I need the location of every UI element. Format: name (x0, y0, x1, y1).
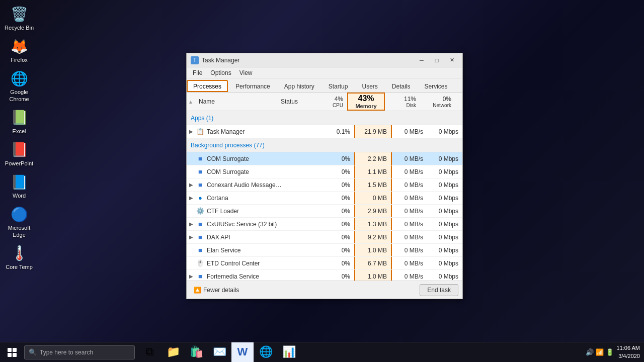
desktop-icon-excel[interactable]: 📗 Excel (4, 109, 34, 135)
col-status-header[interactable]: Status (277, 96, 317, 107)
process-disk: 0 MB/s (392, 208, 427, 215)
table-row[interactable]: ■ COM Surrogate 0% 1.1 MB 0 MB/s 0 Mbps (187, 165, 462, 178)
process-icon: ● (196, 194, 205, 203)
column-headers: ▲ Name Status 4% CPU 43% Memory 11% Disk… (187, 93, 462, 111)
taskbar-search[interactable]: 🔍 Type here to search (24, 345, 135, 359)
col-network-header[interactable]: 0% Network (420, 94, 455, 110)
process-memory: 21.9 MB (354, 125, 392, 138)
task-manager-window: T Task Manager ─ □ ✕ File Options View P… (186, 53, 463, 299)
expand-icon[interactable]: ▶ (187, 182, 196, 188)
store-button[interactable]: 🛍️ (185, 342, 207, 363)
tab-performance[interactable]: Performance (229, 80, 277, 92)
process-name: DAX API (207, 234, 284, 241)
process-network: 0 Mbps (427, 273, 462, 280)
col-cpu-header[interactable]: 4% CPU (317, 94, 347, 110)
expand-icon[interactable]: ▶ (187, 129, 196, 134)
process-cpu: 0% (324, 247, 354, 254)
process-disk: 0 MB/s (392, 168, 427, 175)
expand-icon[interactable]: ▶ (187, 274, 196, 279)
col-memory-header[interactable]: 43% Memory (347, 93, 385, 111)
process-network: 0 Mbps (427, 221, 462, 228)
chrome-taskbar-button[interactable]: 🌐 (255, 342, 277, 363)
table-row[interactable]: ▶ ■ Fortemedia Service 0% 1.0 MB 0 MB/s … (187, 270, 462, 281)
firefox-label: Firefox (11, 57, 28, 63)
col-disk-header[interactable]: 11% Disk (385, 94, 420, 110)
table-row[interactable]: ▶ ■ DAX API 0% 9.2 MB 0 MB/s 0 Mbps (187, 231, 462, 244)
start-button[interactable] (0, 342, 24, 363)
menu-file[interactable]: File (189, 68, 206, 77)
table-row[interactable]: ▶ ● Cortana 0% 0 MB 0 MB/s 0 Mbps (187, 192, 462, 205)
table-row[interactable]: ■ COM Surrogate 0% 2.2 MB 0 MB/s 0 Mbps (187, 152, 462, 165)
core-temp-icon: 🌡️ (10, 244, 28, 262)
desktop-icons: 🗑️ Recycle Bin 🦊 Firefox 🌐 Google Chrome… (4, 5, 34, 270)
tab-app-history[interactable]: App history (278, 80, 321, 92)
tab-startup[interactable]: Startup (322, 80, 355, 92)
word-icon: 📘 (10, 173, 28, 191)
tab-details[interactable]: Details (385, 80, 417, 92)
mail-button[interactable]: ✉️ (208, 342, 230, 363)
col-name-header[interactable]: Name (195, 96, 277, 107)
core-temp-label: Core Temp (6, 264, 33, 270)
process-cpu: 0% (324, 208, 354, 215)
expand-icon[interactable]: ▶ (187, 221, 196, 227)
process-network: 0 Mbps (427, 195, 462, 202)
process-disk: 0 MB/s (392, 234, 427, 241)
menu-options[interactable]: Options (206, 68, 235, 77)
process-memory: 0 MB (354, 192, 392, 204)
desktop-icon-core-temp[interactable]: 🌡️ Core Temp (4, 244, 34, 270)
sort-icon[interactable]: ▲ (187, 95, 195, 109)
process-network: 0 Mbps (427, 182, 462, 189)
desktop-icon-recycle-bin[interactable]: 🗑️ Recycle Bin (4, 5, 34, 31)
table-row[interactable]: ▶ ■ CxUIUSvc Service (32 bit) 0% 1.3 MB … (187, 218, 462, 231)
table-row[interactable]: ⚙️ CTF Loader 0% 2.9 MB 0 MB/s 0 Mbps (187, 205, 462, 218)
background-section-header: Background processes (77) (187, 138, 462, 152)
process-cpu: 0% (324, 155, 354, 162)
process-cpu: 0.1% (324, 128, 354, 135)
recycle-bin-label: Recycle Bin (5, 25, 34, 31)
fewer-details-button[interactable]: 🔼 Fewer details (191, 286, 242, 295)
end-task-button[interactable]: End task (420, 284, 458, 296)
desktop-icon-word[interactable]: 📘 Word (4, 173, 34, 199)
tab-users[interactable]: Users (355, 80, 384, 92)
window-icon: T (191, 56, 199, 64)
window-title: Task Manager (202, 57, 415, 64)
powerpoint-icon: 📕 (10, 141, 28, 159)
tab-processes[interactable]: Processes (187, 80, 228, 92)
table-row[interactable]: ▶ ■ Conexant Audio Message Service 0% 1.… (187, 178, 462, 192)
process-list[interactable]: Apps (1) ▶ 📋 Task Manager 0.1% 21.9 MB 0… (187, 111, 462, 281)
expand-icon[interactable]: ▶ (187, 234, 196, 240)
process-name: Task Manager (207, 128, 284, 135)
search-icon: 🔍 (29, 348, 37, 356)
powerpoint-label: PowerPoint (5, 160, 33, 167)
menubar: File Options View (187, 67, 462, 78)
table-row[interactable]: 🖱️ ETD Control Center 0% 6.7 MB 0 MB/s 0… (187, 257, 462, 270)
desktop-icon-edge[interactable]: 🔵 Microsoft Edge (4, 205, 34, 238)
expand-icon[interactable]: ▶ (187, 195, 196, 201)
windows-logo-icon (8, 348, 17, 357)
process-network: 0 Mbps (427, 155, 462, 162)
table-row[interactable]: ■ Elan Service 0% 1.0 MB 0 MB/s 0 Mbps (187, 244, 462, 257)
memory-label: Memory (355, 103, 376, 110)
desktop-icon-powerpoint[interactable]: 📕 PowerPoint (4, 141, 34, 167)
maximize-button[interactable]: □ (430, 56, 443, 65)
table-row[interactable]: ▶ 📋 Task Manager 0.1% 21.9 MB 0 MB/s 0 M… (187, 125, 462, 138)
taskbar-clock[interactable]: 11:06 AM 3/4/2020 (617, 344, 640, 360)
process-icon: ■ (196, 272, 205, 281)
extra-taskbar-button[interactable]: 📊 (278, 342, 300, 363)
file-explorer-button[interactable]: 📁 (162, 342, 184, 363)
menu-view[interactable]: View (235, 68, 257, 77)
desktop-icon-chrome[interactable]: 🌐 Google Chrome (4, 69, 34, 102)
process-network: 0 Mbps (427, 234, 462, 241)
cpu-label: CPU (321, 103, 343, 108)
task-view-button[interactable]: ⧉ (139, 342, 161, 363)
tab-services[interactable]: Services (418, 80, 454, 92)
process-icon: ■ (196, 167, 205, 176)
process-disk: 0 MB/s (392, 221, 427, 228)
process-name: Fortemedia Service (207, 273, 284, 280)
minimize-button[interactable]: ─ (415, 56, 428, 65)
process-icon: 📋 (196, 127, 205, 136)
desktop-icon-firefox[interactable]: 🦊 Firefox (4, 37, 34, 63)
close-button[interactable]: ✕ (445, 56, 458, 65)
disk-label: Disk (389, 103, 416, 108)
word-taskbar-button[interactable]: W (231, 342, 254, 363)
